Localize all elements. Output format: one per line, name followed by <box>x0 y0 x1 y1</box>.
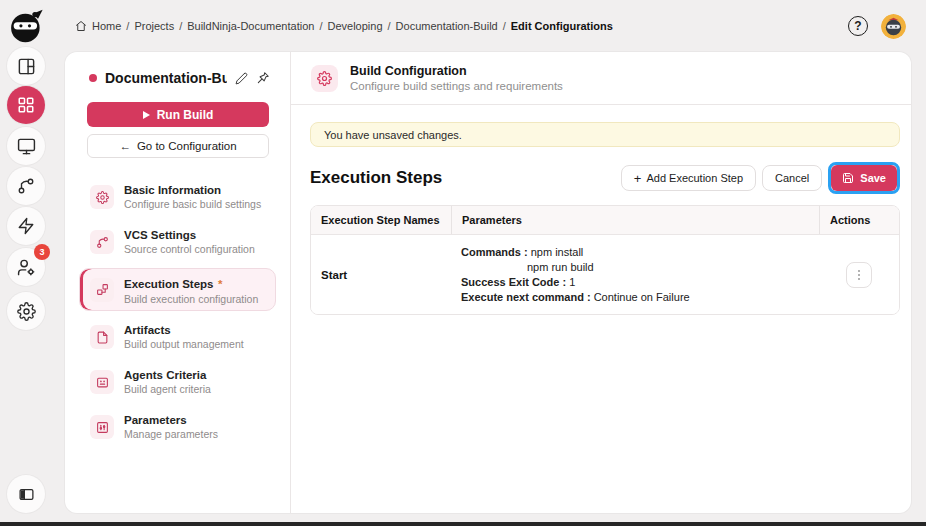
menu-item-subtitle: Source control configuration <box>124 243 255 255</box>
cancel-button[interactable]: Cancel <box>762 165 822 191</box>
lightning-icon[interactable] <box>7 207 45 245</box>
step-actions-cell <box>819 235 899 314</box>
menu-item-title: Execution Steps <box>124 278 213 290</box>
menu-item-subtitle: Configure basic build settings <box>124 198 261 210</box>
table-row: Start Commands : npm install npm run bui… <box>311 235 899 314</box>
page-header: Build Configuration Configure build sett… <box>291 52 911 105</box>
execute-next-command-label: Execute next command : <box>461 291 591 303</box>
menu-item-title: Basic Information <box>124 184 261 197</box>
table-header-row: Execution Step Names Parameters Actions <box>311 206 899 235</box>
git-branch-icon <box>90 230 114 254</box>
grid-icon[interactable] <box>7 86 45 124</box>
breadcrumb-project[interactable]: BuildNinja-Documentation <box>187 20 314 32</box>
ninja-logo[interactable] <box>7 7 45 45</box>
breadcrumb-separator: / <box>126 20 129 32</box>
column-header-parameters: Parameters <box>451 206 819 234</box>
menu-item-title: Agents Criteria <box>124 369 211 382</box>
breadcrumb-home[interactable]: Home <box>92 20 121 32</box>
play-icon <box>143 111 150 119</box>
gear-icon <box>311 65 338 92</box>
edit-pencil-icon[interactable] <box>235 72 248 85</box>
breadcrumb: Home / Projects / BuildNinja-Documentati… <box>75 20 613 32</box>
unsaved-changes-banner: You have unsaved changes. <box>310 122 900 147</box>
menu-item-title: VCS Settings <box>124 229 255 242</box>
save-label: Save <box>860 172 886 184</box>
gear-icon <box>90 185 114 209</box>
cancel-label: Cancel <box>775 172 809 184</box>
breadcrumb-build[interactable]: Documentation-Build <box>396 20 498 32</box>
build-title-row: Documentation-Bu... <box>65 70 290 86</box>
pin-icon[interactable] <box>256 71 270 85</box>
build-sidebar: Documentation-Bu... Run Build ← Go to Co… <box>65 52 291 513</box>
go-to-configuration-label: Go to Configuration <box>137 140 237 152</box>
menu-item-subtitle: Build agent criteria <box>124 383 211 395</box>
top-bar: Home / Projects / BuildNinja-Documentati… <box>52 0 926 52</box>
page-subtitle: Configure build settings and requirement… <box>350 80 563 92</box>
go-to-configuration-button[interactable]: ← Go to Configuration <box>87 134 269 158</box>
focus-highlight-box: Save <box>828 162 900 194</box>
required-marker: * <box>218 278 222 290</box>
agent-card-icon <box>90 370 114 394</box>
breadcrumb-projects[interactable]: Projects <box>134 20 174 32</box>
dashboard-icon[interactable] <box>7 47 45 85</box>
page-title: Build Configuration <box>350 64 563 78</box>
add-execution-step-label: Add Execution Step <box>646 172 743 184</box>
window-bottom-edge <box>0 522 926 526</box>
gear-icon[interactable] <box>7 292 45 330</box>
run-build-button[interactable]: Run Build <box>87 102 269 127</box>
breadcrumb-separator: / <box>179 20 182 32</box>
breadcrumb-current-page: Edit Configurations <box>511 20 613 32</box>
plus-icon: + <box>634 172 642 185</box>
column-header-actions: Actions <box>819 206 899 234</box>
sidebar-item-vcs-settings[interactable]: VCS Settings Source control configuratio… <box>79 223 276 261</box>
breadcrumb-separator: / <box>319 20 322 32</box>
build-title: Documentation-Bu... <box>105 70 227 86</box>
arrow-left-icon: ← <box>119 140 131 152</box>
save-button[interactable]: Save <box>831 165 897 191</box>
command-value: npm run build <box>527 261 594 273</box>
menu-item-subtitle: Manage parameters <box>124 428 218 440</box>
add-execution-step-button[interactable]: + Add Execution Step <box>621 165 756 191</box>
main-panel: Documentation-Bu... Run Build ← Go to Co… <box>65 52 911 513</box>
menu-item-title: Artifacts <box>124 324 244 337</box>
execution-steps-table: Execution Step Names Parameters Actions … <box>310 205 900 315</box>
panel-collapse-icon[interactable] <box>7 475 45 513</box>
sidebar-item-parameters[interactable]: Parameters Manage parameters <box>79 408 276 446</box>
help-icon[interactable]: ? <box>848 16 868 36</box>
parameters-icon <box>90 415 114 439</box>
breadcrumb-branch[interactable]: Developing <box>327 20 382 32</box>
success-exit-code-value: 1 <box>569 276 575 288</box>
notifications-badge: 3 <box>34 244 50 260</box>
breadcrumb-separator: / <box>503 20 506 32</box>
commands-label: Commands : <box>461 246 528 258</box>
user-avatar[interactable] <box>881 14 906 39</box>
save-floppy-icon <box>842 172 854 184</box>
kebab-menu-icon[interactable] <box>846 262 872 288</box>
breadcrumb-separator: / <box>388 20 391 32</box>
sidebar-item-agents-criteria[interactable]: Agents Criteria Build agent criteria <box>79 363 276 401</box>
success-exit-code-label: Success Exit Code : <box>461 276 566 288</box>
git-branch-icon[interactable] <box>7 167 45 205</box>
user-settings-icon[interactable]: 3 <box>7 248 45 286</box>
home-icon <box>75 20 87 32</box>
unsaved-changes-text: You have unsaved changes. <box>324 129 462 141</box>
config-section-menu: Basic Information Configure basic build … <box>79 178 276 446</box>
monitor-icon[interactable] <box>7 127 45 165</box>
sidebar-item-execution-steps[interactable]: Execution Steps * Build execution config… <box>79 268 276 311</box>
section-title: Execution Steps <box>310 168 442 188</box>
main-content: Build Configuration Configure build sett… <box>291 52 911 513</box>
step-name-cell: Start <box>311 235 451 314</box>
column-header-step-names: Execution Step Names <box>311 206 451 234</box>
section-header-row: Execution Steps + Add Execution Step Can… <box>310 162 900 194</box>
icon-rail: 3 <box>0 0 52 526</box>
menu-item-subtitle: Build execution configuration <box>124 293 258 305</box>
sidebar-item-basic-information[interactable]: Basic Information Configure basic build … <box>79 178 276 216</box>
status-dot <box>89 74 97 82</box>
execute-next-command-value: Continue on Failure <box>594 291 690 303</box>
sidebar-item-artifacts[interactable]: Artifacts Build output management <box>79 318 276 356</box>
document-icon <box>90 325 114 349</box>
steps-icon <box>90 278 114 302</box>
step-parameters-cell: Commands : npm install npm run build Suc… <box>451 235 819 314</box>
menu-item-title: Parameters <box>124 414 218 427</box>
run-build-label: Run Build <box>157 108 214 122</box>
